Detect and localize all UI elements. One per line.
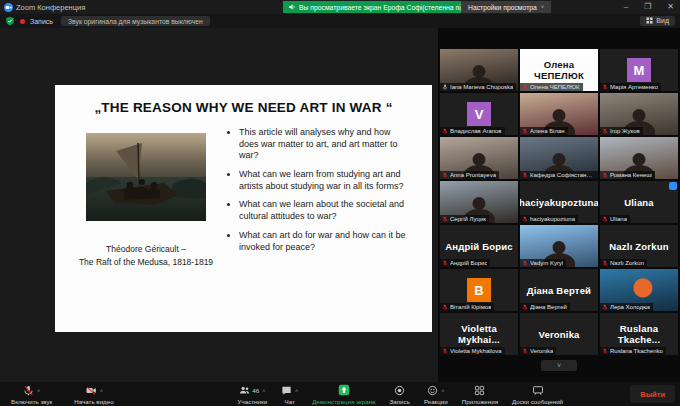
chevron-up-icon: ˄ xyxy=(441,388,444,394)
toolbar-button[interactable]: Доски сообщений xyxy=(505,382,570,406)
participant-name: Uliana xyxy=(610,216,627,222)
chevron-up-icon: ˄ xyxy=(100,388,103,394)
participant-tile[interactable]: Ігор Жуков xyxy=(600,93,678,135)
toolbar-button[interactable]: 46 ˄ Участники xyxy=(231,382,275,406)
close-button[interactable]: ✕ xyxy=(667,0,674,14)
participant-name-label: Vadym Kyryl xyxy=(520,259,566,267)
participant-name: Романа Кенеші xyxy=(610,172,652,178)
shared-screen-area: „THE REASON WHY WE NEED ART IN WAR “ xyxy=(0,28,438,382)
mic-status-icon xyxy=(522,128,528,134)
mic-status-icon xyxy=(522,304,528,310)
caption-work: The Raft of the Medusa, 1818-1819 xyxy=(79,256,213,269)
mic-status-icon xyxy=(602,84,608,90)
participant-tile[interactable]: Nazlı Zorkun Nazlı Zorkun xyxy=(600,225,678,267)
screen-share-banner: Вы просматриваете экран Ерофа Софі(стеле… xyxy=(283,1,551,13)
slide-title: „THE REASON WHY WE NEED ART IN WAR “ xyxy=(55,100,432,115)
mic-status-icon xyxy=(522,172,528,178)
original-sound-status: Звук оригинала для музыкантов выключен xyxy=(61,16,210,26)
participant-tile[interactable]: Алена Білан xyxy=(520,93,598,135)
more-participants-button[interactable]: ˅ xyxy=(541,360,577,371)
view-options-label: Настройки просмотра xyxy=(468,4,537,11)
slide-body: Théodore Géricault – The Raft of the Med… xyxy=(55,115,432,269)
participant-tile[interactable]: Лера Холодюк xyxy=(600,269,678,311)
participant-name-label: Андрій Борис xyxy=(440,259,490,267)
share-banner-text: Вы просматриваете экран Ерофа Софі(стеле… xyxy=(299,4,461,11)
app-title: Zoom Конференция xyxy=(16,3,85,12)
share-banner-message: Вы просматриваете экран Ерофа Софі(стеле… xyxy=(283,1,461,13)
participant-tile[interactable]: Ruslana Tkache... Ruslana Tkachenko xyxy=(600,313,678,355)
participant-name-label: Nazlı Zorkun xyxy=(600,259,647,267)
participant-name-label: Алена Білан xyxy=(520,127,568,135)
participant-name-label: haciyakupoztuna xyxy=(520,215,578,223)
participant-name-label: Владислав Агапов xyxy=(440,127,505,135)
toolbar-button[interactable]: Запись xyxy=(383,382,417,406)
participant-name-label: Діана Вертей xyxy=(520,303,570,311)
toolbar-button[interactable]: ˄ Включить звук xyxy=(4,382,59,406)
participant-tile[interactable]: Uliana Uliana xyxy=(600,181,678,223)
minimize-button[interactable]: – xyxy=(624,0,628,14)
participants-grid: Iana Maneva Chuposka Олена ЧЕПЕЛЮК Олена… xyxy=(438,49,680,355)
participant-name: Алена Білан xyxy=(530,128,565,134)
view-options-button[interactable]: Настройки просмотра ˅ xyxy=(461,1,551,13)
participant-tile[interactable]: Iana Maneva Chuposka xyxy=(440,49,518,91)
participant-name: Андрій Борис xyxy=(450,260,487,266)
participant-tile[interactable]: haciyakupoztuna haciyakupoztuna xyxy=(520,181,598,223)
mic-status-icon xyxy=(442,128,448,134)
participant-tile[interactable]: M Марія Артеменко xyxy=(600,49,678,91)
participant-tile[interactable]: V Владислав Агапов xyxy=(440,93,518,135)
participant-tile[interactable]: Кафедра Софіястанова Н... xyxy=(520,137,598,179)
toolbar-icon-row: ˄ xyxy=(23,385,40,397)
toolbar-label: Демонстрация экрана xyxy=(312,398,375,405)
participant-name-label: Uliana xyxy=(600,215,630,223)
participant-name: Vadym Kyryl xyxy=(530,260,563,266)
mic-status-icon xyxy=(602,260,608,266)
toolbar-button[interactable]: ˄ Чат xyxy=(274,382,305,406)
participant-name: Anna Prontayeva xyxy=(450,172,496,178)
slide-bullet: What can art do for war and how can it b… xyxy=(239,230,410,253)
participant-name-label: Марія Артеменко xyxy=(600,83,661,91)
toolbar-button[interactable]: ˄ Реакции xyxy=(417,382,455,406)
participant-name: haciyakupoztuna xyxy=(530,216,575,222)
toolbar-icon-row: 46 ˄ xyxy=(239,385,265,397)
view-button[interactable]: Вид xyxy=(640,16,675,26)
participant-tile[interactable]: В Віталій Кірімов xyxy=(440,269,518,311)
chevron-down-icon: ˅ xyxy=(557,362,561,369)
leave-meeting-button[interactable]: Выйти xyxy=(630,385,675,403)
participant-tile[interactable]: Олена ЧЕПЕЛЮК Олена ЧЕПЕЛЮК xyxy=(520,49,598,91)
participant-tile[interactable]: Романа Кенеші xyxy=(600,137,678,179)
speaker-icon xyxy=(288,3,296,12)
participant-tile[interactable]: Veronika Veronika xyxy=(520,313,598,355)
participant-tile[interactable]: Андрій Борис Андрій Борис xyxy=(440,225,518,267)
participant-tile[interactable]: Vadym Kyryl xyxy=(520,225,598,267)
participant-name: Violetta Mykhailova xyxy=(450,348,502,354)
toolbar-button[interactable]: Приложения xyxy=(455,382,505,406)
toolbar-icon-row: ˄ xyxy=(85,385,103,397)
participant-name-label: Ruslana Tkachenko xyxy=(600,347,666,355)
participant-tile[interactable]: Violetta Mykhai... Violetta Mykhailova xyxy=(440,313,518,355)
participant-tile[interactable]: Діана Вертей Діана Вертей xyxy=(520,269,598,311)
participant-tile[interactable]: Anna Prontayeva xyxy=(440,137,518,179)
participant-name-label: Романа Кенеші xyxy=(600,171,655,179)
participant-name: Сергій Луцик xyxy=(450,216,486,222)
mic-status-icon xyxy=(602,172,608,178)
caption-artist: Théodore Géricault – xyxy=(79,243,213,256)
slide-bullet-list: This article will analyses why and how d… xyxy=(225,127,410,253)
avatar: В xyxy=(467,278,491,302)
toolbar-button[interactable]: Демонстрация экрана xyxy=(305,382,382,406)
mic-status-icon xyxy=(522,348,528,354)
participant-tile[interactable]: Сергій Луцик xyxy=(440,181,518,223)
slide-left-column: Théodore Géricault – The Raft of the Med… xyxy=(67,127,225,269)
mic-status-icon xyxy=(442,84,448,90)
participant-name: Iana Maneva Chuposka xyxy=(450,84,513,90)
mic-status-icon xyxy=(442,304,448,310)
participant-name-label: Violetta Mykhailova xyxy=(440,347,505,355)
chevron-up-icon: ˄ xyxy=(295,388,298,394)
participant-name: Ігор Жуков xyxy=(610,128,640,134)
toolbar-label: Приложения xyxy=(462,398,498,405)
avatar: M xyxy=(627,58,651,82)
participant-name-label: Veronika xyxy=(520,347,556,355)
toolbar-button[interactable]: ˄ Начать видео xyxy=(67,382,120,406)
avatar: V xyxy=(467,102,491,126)
toolbar-left-group: ˄ Включить звук ˄ Начать видео xyxy=(0,382,121,406)
maximize-button[interactable]: ❐ xyxy=(644,0,651,14)
